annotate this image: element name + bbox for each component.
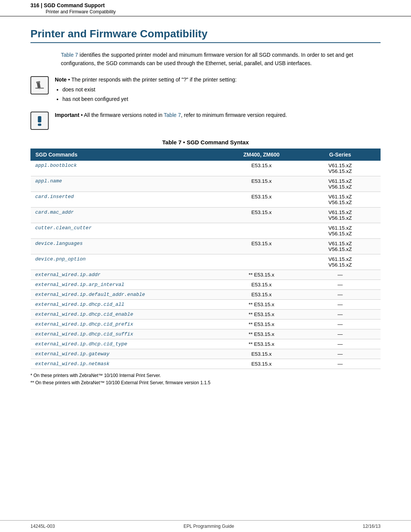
footnote-1: * On these printers with ZebraNet™ 10/10… xyxy=(30,372,381,379)
important-text: Important • All the firmware versions no… xyxy=(55,111,287,119)
col-header-sgd: SGD Commands xyxy=(31,149,223,160)
zm-cell: E53.15.x xyxy=(223,176,300,192)
important-table-link[interactable]: Table 7 xyxy=(164,112,181,118)
table-row: external_wired.ip.dhcp.cid_type** E53.15… xyxy=(31,339,381,349)
header-block: 316 | SGD Command Support Printer and Fi… xyxy=(15,2,116,14)
table-row: external_wired.ip.default_addr.enableE53… xyxy=(31,289,381,299)
page: 316 | SGD Command Support Printer and Fi… xyxy=(0,0,411,532)
intro-text-body: identifies the supported printer model a… xyxy=(61,52,353,66)
table-body: appl.bootblockE53.15.xV61.15.xZV56.15.xZ… xyxy=(31,160,381,369)
intro-table-link[interactable]: Table 7 xyxy=(61,52,78,58)
sgd-command-table: SGD Commands ZM400, ZM600 G-Series appl.… xyxy=(30,149,381,369)
table-row: card.mac_addrE53.15.xV61.15.xZV56.15.xZ xyxy=(31,207,381,223)
cmd-cell[interactable]: cutter.clean_cutter xyxy=(31,223,223,238)
zm-cell: E53.15.x xyxy=(223,207,300,223)
table-row: external_wired.ip.dhcp.cid_all** E53.15.… xyxy=(31,299,381,309)
cmd-cell[interactable]: external_wired.ip.dhcp.cid_suffix xyxy=(31,329,223,339)
footer-left: 14245L-003 xyxy=(30,524,55,529)
table-row: appl.bootblockE53.15.xV61.15.xZV56.15.xZ xyxy=(31,160,381,176)
zm-cell: E53.15.x xyxy=(223,349,300,359)
g-cell: — xyxy=(300,270,380,280)
cmd-cell[interactable]: external_wired.ip.dhcp.cid_all xyxy=(31,299,223,309)
footnotes: * On these printers with ZebraNet™ 10/10… xyxy=(30,372,381,387)
footnote-2: ** On these printers with ZebraNet™ 10/1… xyxy=(30,379,381,387)
g-cell: — xyxy=(300,339,380,349)
zm-cell xyxy=(223,223,300,238)
note-body: The printer responds with the printer se… xyxy=(72,77,237,83)
important-block: Important • All the firmware versions no… xyxy=(30,111,381,130)
table-header-row: SGD Commands ZM400, ZM600 G-Series xyxy=(31,149,381,160)
svg-rect-5 xyxy=(38,123,41,126)
zm-cell: E53.15.x xyxy=(223,160,300,176)
important-body-2: , refer to minimum firmware version requ… xyxy=(181,112,287,118)
footer-bar: 14245L-003 EPL Programming Guide 12/16/1… xyxy=(0,520,411,532)
note-text: Note • The printer responds with the pri… xyxy=(55,75,237,104)
zm-cell: ** E53.15.x xyxy=(223,319,300,329)
zm-cell: ** E53.15.x xyxy=(223,309,300,319)
zm-cell: E53.15.x xyxy=(223,289,300,299)
g-cell: — xyxy=(300,289,380,299)
cmd-cell[interactable]: external_wired.ip.gateway xyxy=(31,349,223,359)
table-row: device.languagesE53.15.xV61.15.xZV56.15.… xyxy=(31,238,381,254)
cmd-cell[interactable]: external_wired.ip.arp_interval xyxy=(31,280,223,289)
cmd-cell[interactable]: external_wired.ip.dhcp.cid_enable xyxy=(31,309,223,319)
cmd-cell[interactable]: appl.name xyxy=(31,176,223,192)
g-cell: V61.15.xZV56.15.xZ xyxy=(300,254,380,270)
header-subtitle: Printer and Firmware Compatibility xyxy=(30,9,116,14)
cmd-cell[interactable]: device.languages xyxy=(31,238,223,254)
cmd-cell[interactable]: external_wired.ip.default_addr.enable xyxy=(31,289,223,299)
zm-cell xyxy=(223,254,300,270)
cmd-cell[interactable]: external_wired.ip.dhcp.cid_prefix xyxy=(31,319,223,329)
main-content: Printer and Firmware Compatibility Table… xyxy=(0,16,411,520)
g-cell: — xyxy=(300,299,380,309)
zm-cell: ** E53.15.x xyxy=(223,299,300,309)
g-cell: V61.15.xZV56.15.xZ xyxy=(300,207,380,223)
table-row: external_wired.ip.dhcp.cid_suffix** E53.… xyxy=(31,329,381,339)
g-cell: V61.15.xZV56.15.xZ xyxy=(300,238,380,254)
zm-cell: E53.15.x xyxy=(223,280,300,289)
g-cell: — xyxy=(300,359,380,369)
cmd-cell[interactable]: card.inserted xyxy=(31,192,223,207)
page-title: Printer and Firmware Compatibility xyxy=(30,28,381,43)
table-row: device.pnp_optionV61.15.xZV56.15.xZ xyxy=(31,254,381,270)
table-row: external_wired.ip.netmaskE53.15.x— xyxy=(31,359,381,369)
g-cell: — xyxy=(300,309,380,319)
header-title: SGD Command Support xyxy=(44,2,105,8)
cmd-cell[interactable]: external_wired.ip.dhcp.cid_type xyxy=(31,339,223,349)
table-row: external_wired.ip.addr** E53.15.x— xyxy=(31,270,381,280)
svg-rect-4 xyxy=(38,116,41,123)
table-row: appl.nameE53.15.xV61.15.xZV56.15.xZ xyxy=(31,176,381,192)
zm-cell: ** E53.15.x xyxy=(223,329,300,339)
cmd-cell[interactable]: card.mac_addr xyxy=(31,207,223,223)
important-icon xyxy=(30,112,49,130)
table-row: cutter.clean_cutterV61.15.xZV56.15.xZ xyxy=(31,223,381,238)
col-header-zm: ZM400, ZM600 xyxy=(223,149,300,160)
g-cell: — xyxy=(300,319,380,329)
table-row: external_wired.ip.gatewayE53.15.x— xyxy=(31,349,381,359)
g-cell: V61.15.xZV56.15.xZ xyxy=(300,192,380,207)
g-cell: — xyxy=(300,329,380,339)
note-list: does not exist has not been configured y… xyxy=(62,85,237,103)
note-list-item-2: has not been configured yet xyxy=(62,95,237,103)
cmd-cell[interactable]: appl.bootblock xyxy=(31,160,223,176)
col-header-g: G-Series xyxy=(300,149,380,160)
zm-cell: E53.15.x xyxy=(223,238,300,254)
note-label: Note xyxy=(55,77,67,83)
note-list-item-1: does not exist xyxy=(62,85,237,94)
note-icon xyxy=(30,76,49,94)
important-label: Important xyxy=(55,112,80,118)
table-row: external_wired.ip.arp_intervalE53.15.x— xyxy=(31,280,381,289)
important-body-1: All the firmware versions noted in xyxy=(84,112,164,118)
zm-cell: E53.15.x xyxy=(223,359,300,369)
pencil-icon xyxy=(34,80,45,91)
footer-right: 12/16/13 xyxy=(363,524,381,529)
g-cell: — xyxy=(300,349,380,359)
note-bullet: • xyxy=(68,77,70,83)
header-divider: | xyxy=(41,2,44,8)
table-caption: Table 7 • SGD Command Syntax xyxy=(30,139,381,145)
cmd-cell[interactable]: external_wired.ip.netmask xyxy=(31,359,223,369)
cmd-cell[interactable]: device.pnp_option xyxy=(31,254,223,270)
g-cell: V61.15.xZV56.15.xZ xyxy=(300,176,380,192)
cmd-cell[interactable]: external_wired.ip.addr xyxy=(31,270,223,280)
header-bar: 316 | SGD Command Support Printer and Fi… xyxy=(0,0,411,16)
